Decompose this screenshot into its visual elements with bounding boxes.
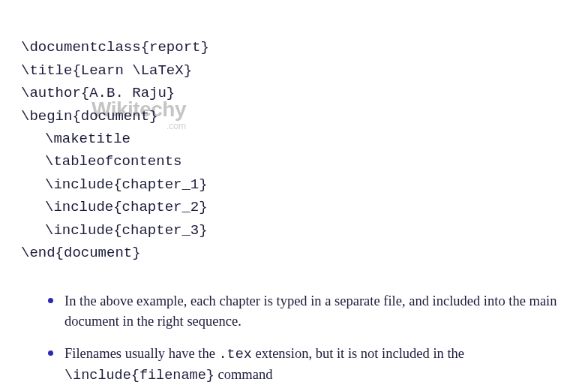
inline-code-tex: .tex xyxy=(219,347,252,362)
code-line-3: \author{A.B. Raju} xyxy=(21,85,175,101)
code-line-5: \maketitle xyxy=(21,128,130,150)
list-item: Filenames usually have the .tex extensio… xyxy=(50,344,567,382)
code-line-2: \title{Learn \LaTeX} xyxy=(21,62,192,79)
code-line-10: \end{document} xyxy=(21,245,141,261)
code-line-7: \include{chapter_1} xyxy=(21,173,208,196)
list-item: In the above example, each chapter is ty… xyxy=(50,291,567,331)
code-line-1: \documentclass{report} xyxy=(21,39,209,56)
watermark-sub: .com xyxy=(166,121,186,131)
code-line-4: \begin{document} xyxy=(21,108,158,125)
inline-code-include: \include{filename} xyxy=(64,368,214,382)
code-line-6: \tableofcontents xyxy=(21,150,182,173)
latex-code-block: \documentclass{report} \title{Learn \LaT… xyxy=(21,14,567,264)
bullet-text-2a: Filenames usually have the xyxy=(64,346,219,361)
bullet-text-1: In the above example, each chapter is ty… xyxy=(64,293,557,328)
description-list: In the above example, each chapter is ty… xyxy=(21,291,567,382)
code-line-9: \include{chapter_3} xyxy=(21,219,208,242)
code-line-8: \include{chapter_2} xyxy=(21,196,208,218)
bullet-text-2b: extension, but it is not included in the xyxy=(252,346,464,361)
bullet-text-2c: command xyxy=(214,367,273,382)
